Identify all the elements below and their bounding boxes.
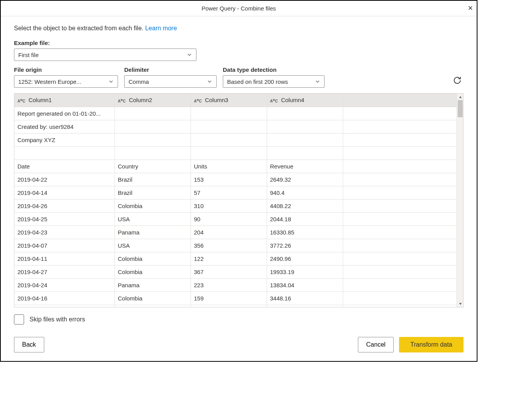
table-cell: Company XYZ — [14, 133, 115, 146]
table-cell: 159 — [191, 292, 267, 305]
table-cell: Units — [191, 160, 267, 173]
abc-icon: ABC — [17, 99, 25, 103]
delimiter-value: Comma — [128, 78, 149, 85]
scroll-down-icon[interactable] — [457, 300, 464, 307]
table-cell — [343, 199, 457, 212]
chevron-down-icon — [207, 79, 212, 84]
table-row[interactable]: 2019-04-22Brazil1532649.32 — [14, 173, 457, 186]
file-origin-select[interactable]: 1252: Western Europe... — [14, 75, 118, 88]
table-cell: 2490.96 — [267, 252, 343, 265]
table-cell: 16330.85 — [267, 226, 343, 239]
skip-files-row: Skip files with errors — [14, 314, 464, 325]
svg-marker-0 — [459, 96, 461, 98]
table-cell: Revenue — [267, 160, 343, 173]
table-cell: 2019-04-07 — [14, 239, 115, 252]
refresh-icon[interactable] — [453, 76, 462, 86]
column-header[interactable]: ABC Column4 — [267, 94, 343, 107]
table-cell: 356 — [191, 239, 267, 252]
table-cell — [267, 120, 343, 133]
table-cell: Date — [14, 160, 115, 173]
table-row[interactable]: Company XYZ — [14, 133, 457, 146]
table-cell — [191, 107, 267, 120]
delimiter-label: Delimiter — [124, 66, 217, 73]
data-type-detection-label: Data type detection — [223, 66, 325, 73]
table-cell: 2649.32 — [267, 173, 343, 186]
table-cell — [343, 265, 457, 278]
data-type-detection-value: Based on first 200 rows — [227, 78, 288, 85]
table-cell — [191, 120, 267, 133]
learn-more-link[interactable]: Learn more — [145, 25, 177, 31]
table-cell: 2019-04-24 — [14, 278, 115, 292]
table-row[interactable]: Report generated on 01-01-20... — [14, 107, 457, 120]
delimiter-select[interactable]: Comma — [124, 75, 217, 88]
column-header-empty — [343, 94, 457, 107]
table-row[interactable]: 2019-04-07USA3563772.26 — [14, 239, 457, 252]
table-row[interactable]: 2019-04-25USA902044.18 — [14, 212, 457, 226]
intro-label: Select the object to be extracted from e… — [14, 25, 145, 31]
data-type-detection-select[interactable]: Based on first 200 rows — [223, 75, 325, 88]
column-header[interactable]: ABC Column2 — [115, 94, 191, 107]
vertical-scrollbar[interactable] — [457, 94, 463, 307]
skip-files-checkbox[interactable] — [14, 314, 24, 325]
file-origin-label: File origin — [14, 66, 118, 73]
table-cell: 13834.04 — [267, 278, 343, 292]
back-button[interactable]: Back — [14, 337, 44, 352]
table-cell: USA — [115, 212, 191, 226]
table-cell: 2019-04-23 — [14, 226, 115, 239]
example-file-select[interactable]: First file — [14, 49, 196, 61]
table-row[interactable]: 2019-04-24Panama22313834.04 — [14, 278, 457, 292]
table-row[interactable] — [14, 146, 457, 160]
table-cell — [343, 146, 457, 160]
example-file-field: Example file: First file — [14, 40, 464, 61]
table-cell: 2019-04-27 — [14, 265, 115, 278]
table-cell: USA — [115, 239, 191, 252]
table-row[interactable]: 2019-04-16Colombia1593448.16 — [14, 292, 457, 305]
example-file-value: First file — [18, 52, 39, 58]
table-row[interactable]: 2019-04-11Colombia1222490.96 — [14, 252, 457, 265]
table-cell: Colombia — [115, 265, 191, 278]
table-cell: Brazil — [115, 186, 191, 199]
table-cell — [115, 107, 191, 120]
table-cell: 153 — [191, 173, 267, 186]
transform-data-button[interactable]: Transform data — [399, 337, 464, 352]
table-cell: 2044.18 — [267, 212, 343, 226]
table-cell: Colombia — [115, 292, 191, 305]
dialog-title: Power Query - Combine files — [201, 5, 276, 12]
table-cell: 3448.16 — [267, 292, 343, 305]
table-cell — [343, 292, 457, 305]
cancel-button[interactable]: Cancel — [358, 337, 394, 352]
column-header[interactable]: ABC Column3 — [191, 94, 267, 107]
table-row[interactable]: 2019-04-27Colombia36719933.19 — [14, 265, 457, 278]
table-row[interactable]: 2019-04-23Panama20416330.85 — [14, 226, 457, 239]
table-row[interactable]: Created by: user9284 — [14, 120, 457, 133]
table-row[interactable]: 2019-04-14Brazil57940.4 — [14, 186, 457, 199]
table-row[interactable]: DateCountryUnitsRevenue — [14, 160, 457, 173]
table-cell — [343, 239, 457, 252]
dialog-footer: Back Cancel Transform data — [1, 330, 477, 361]
close-icon[interactable]: × — [468, 4, 473, 12]
abc-icon: ABC — [194, 99, 202, 103]
preview-table-wrap: ABC Column1 ABC Column2 ABC Column3 ABC … — [14, 93, 464, 307]
table-row[interactable]: 2019-04-26Colombia3104408.22 — [14, 199, 457, 212]
table-cell: 2019-04-11 — [14, 252, 115, 265]
scroll-thumb[interactable] — [458, 100, 463, 117]
table-cell: Country — [115, 160, 191, 173]
example-file-label: Example file: — [14, 40, 464, 46]
title-bar: Power Query - Combine files × — [1, 1, 477, 16]
chevron-down-icon — [187, 52, 192, 57]
column-header[interactable]: ABC Column1 — [14, 94, 115, 107]
table-row[interactable]: 2019-04-08Canada25814601.34 — [14, 305, 457, 307]
abc-icon: ABC — [270, 99, 278, 103]
table-cell — [191, 146, 267, 160]
scroll-up-icon[interactable] — [457, 94, 464, 100]
table-cell: Panama — [115, 278, 191, 292]
table-cell — [343, 186, 457, 199]
chevron-down-icon — [108, 79, 114, 84]
table-cell — [267, 146, 343, 160]
table-cell — [115, 120, 191, 133]
svg-marker-1 — [459, 303, 461, 305]
table-cell — [343, 133, 457, 146]
table-cell: 122 — [191, 252, 267, 265]
table-cell: 90 — [191, 212, 267, 226]
table-cell — [267, 133, 343, 146]
